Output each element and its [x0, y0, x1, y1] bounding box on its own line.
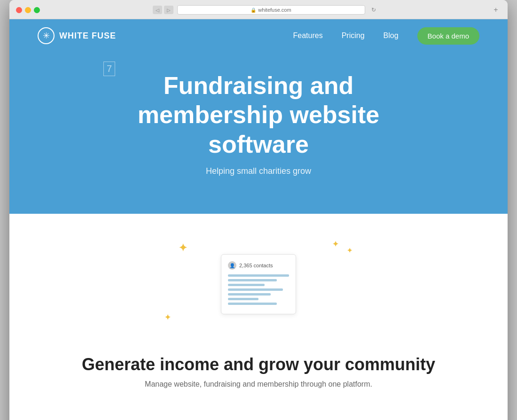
hero-section: 7 Fundraising and membership website sof… [9, 52, 508, 214]
book-demo-button[interactable]: Book a demo [417, 27, 479, 45]
nav-features[interactable]: Features [293, 31, 323, 40]
sparkle-bottom-left: ✦ [164, 313, 171, 322]
card-line-2 [228, 279, 277, 281]
card-line-5 [228, 293, 271, 296]
back-button[interactable]: ◁ [153, 6, 162, 14]
lock-icon: 🔒 [251, 8, 256, 13]
url-text: whitefuse.com [258, 7, 291, 13]
card-line-4 [228, 288, 283, 291]
browser-window: ◁ ▷ 🔒 whitefuse.com ↻ + ✳ WHITE FUSE Fea… [9, 0, 508, 420]
maximize-button[interactable] [34, 7, 40, 13]
card-line-1 [228, 274, 289, 277]
forward-button[interactable]: ▷ [164, 6, 173, 14]
hero-subtitle: Helping small charities grow [38, 166, 479, 176]
browser-chrome: ◁ ▷ 🔒 whitefuse.com ↻ + [9, 0, 508, 19]
person-icon: 👤 [228, 261, 236, 270]
nav-pricing[interactable]: Pricing [342, 31, 365, 40]
section-title: Generate income and grow your community [38, 355, 479, 374]
address-bar[interactable]: 🔒 whitefuse.com [177, 5, 365, 15]
card-line-3 [228, 284, 265, 286]
sparkle-top-right: ✦ [332, 240, 338, 249]
hero-icon: 7 [103, 62, 115, 76]
traffic-lights [16, 7, 40, 13]
refresh-button[interactable]: ↻ [369, 6, 378, 14]
browser-toolbar: ◁ ▷ 🔒 whitefuse.com ↻ [45, 5, 486, 15]
feature-row: Your logo [38, 417, 479, 420]
white-section: ✦ ✦ ✦ ✦ 👤 2,365 contacts [9, 214, 508, 420]
nav-blog[interactable]: Blog [384, 31, 399, 40]
minimize-button[interactable] [25, 7, 31, 13]
add-tab-button[interactable]: + [491, 5, 501, 15]
contacts-count: 2,365 contacts [239, 263, 273, 268]
site-nav: Features Pricing Blog Book a demo [293, 27, 479, 45]
logo-icon: ✳ [38, 27, 55, 44]
section-subtitle: Manage website, fundraising and membersh… [38, 380, 479, 389]
contacts-card-wrapper: ✦ ✦ ✦ ✦ 👤 2,365 contacts [38, 237, 479, 331]
logo[interactable]: ✳ WHITE FUSE [38, 27, 116, 44]
sparkle-right: ✦ [347, 247, 352, 254]
contacts-card: 👤 2,365 contacts [221, 254, 296, 314]
site-header: ✳ WHITE FUSE Features Pricing Blog Book … [9, 19, 508, 52]
card-header: 👤 2,365 contacts [228, 261, 289, 270]
website-content: ✳ WHITE FUSE Features Pricing Blog Book … [9, 19, 508, 420]
nav-buttons: ◁ ▷ [153, 6, 173, 14]
card-line-6 [228, 298, 258, 300]
close-button[interactable] [16, 7, 22, 13]
sparkle-top-left: ✦ [179, 242, 187, 254]
card-line-7 [228, 303, 277, 305]
logo-text: WHITE FUSE [59, 31, 116, 41]
hero-title: Fundraising and membership website softw… [94, 71, 423, 159]
